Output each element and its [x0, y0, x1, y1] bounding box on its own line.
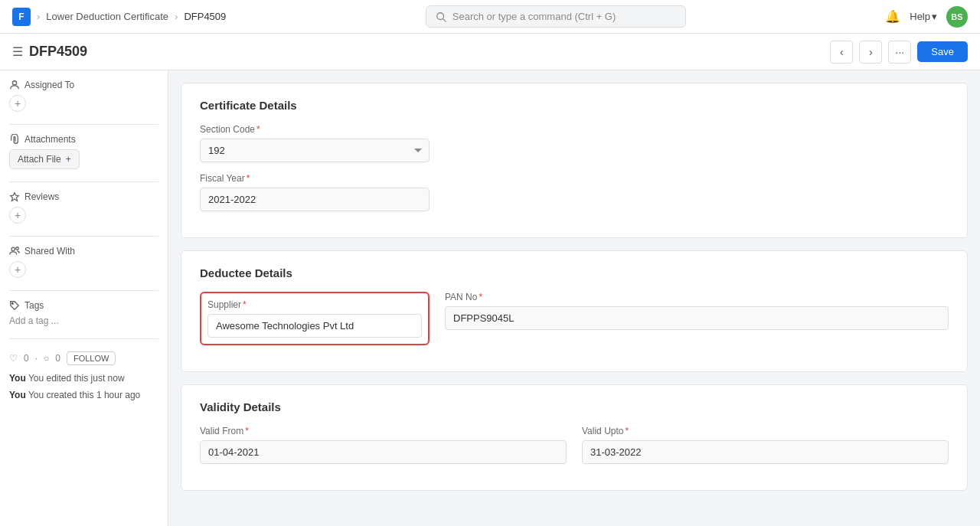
supplier-group: Supplier*: [200, 292, 430, 345]
attachments-section: Attachments Attach File +: [9, 134, 158, 169]
page-header-right: ‹ › ··· Save: [830, 41, 968, 64]
section-code-label: Section Code*: [200, 124, 430, 135]
page-header-left: ☰ DFP4509: [12, 44, 87, 60]
shared-with-section: Shared With +: [9, 246, 158, 278]
fiscal-year-row: Fiscal Year*: [200, 173, 949, 211]
pan-no-label: PAN No*: [445, 292, 949, 302]
valid-from-input[interactable]: [200, 440, 567, 464]
activity-time-2: 1 hour ago: [96, 390, 140, 400]
validity-details-card: Validity Details Valid From* Valid Upto*: [181, 384, 968, 491]
activity-you-1: You: [9, 373, 26, 384]
attach-file-button[interactable]: Attach File +: [9, 149, 80, 169]
section-code-required: *: [256, 124, 260, 135]
content-area: Assigned To + Attachments Attach File + …: [0, 70, 980, 526]
sidebar-footer: ♡ 0 · ○ 0 FOLLOW You You edited this jus…: [9, 348, 158, 402]
valid-upto-input[interactable]: [582, 440, 949, 464]
sidebar: Assigned To + Attachments Attach File + …: [0, 70, 168, 526]
page-title: DFP4509: [29, 44, 87, 60]
tags-header: Tags: [9, 300, 158, 311]
avatar[interactable]: BS: [946, 6, 968, 28]
add-review-button[interactable]: +: [9, 207, 26, 224]
star-icon: [9, 191, 20, 202]
topnav-right-actions: 🔔 Help ▾ BS: [885, 6, 968, 28]
svg-marker-3: [11, 193, 19, 201]
breadcrumb-sep-1: ›: [37, 11, 40, 22]
fiscal-year-required: *: [247, 173, 250, 184]
breadcrumb-area: F › Lower Deduction Certificate › DFP450…: [12, 8, 226, 26]
validity-details-title: Validity Details: [200, 400, 949, 413]
page-header: ☰ DFP4509 ‹ › ··· Save: [0, 34, 980, 70]
search-bar[interactable]: Search or type a command (Ctrl + G): [426, 5, 686, 28]
add-assigned-to-button[interactable]: +: [9, 95, 26, 112]
valid-from-required: *: [245, 426, 249, 436]
tags-section: Tags Add a tag ...: [9, 300, 158, 326]
comment-icon: ○: [44, 353, 49, 364]
pan-no-required: *: [479, 292, 482, 302]
deductee-details-title: Deductee Details: [200, 266, 949, 279]
section-code-select[interactable]: 192: [200, 139, 430, 162]
pan-no-group: PAN No*: [445, 292, 949, 345]
fiscal-year-label: Fiscal Year*: [200, 173, 430, 184]
activity-item-1: You You edited this just now: [9, 371, 158, 385]
valid-upto-group: Valid Upto*: [582, 426, 949, 464]
hamburger-menu-icon[interactable]: ☰: [12, 44, 23, 59]
comments-count: 0: [55, 353, 60, 364]
supplier-label: Supplier*: [207, 299, 422, 310]
likes-count: 0: [24, 353, 29, 364]
pan-no-input[interactable]: [445, 306, 949, 330]
activity-you-2: You: [9, 390, 26, 400]
valid-from-label: Valid From*: [200, 426, 567, 436]
certificate-details-card: Certificate Details Section Code* 192 Fi…: [181, 83, 968, 238]
more-options-button[interactable]: ···: [888, 41, 911, 64]
valid-from-group: Valid From*: [200, 426, 567, 464]
shared-user-icon: [9, 246, 20, 256]
deductee-details-card: Deductee Details Supplier* PAN No*: [181, 250, 968, 372]
follow-button[interactable]: FOLLOW: [67, 351, 116, 365]
reviews-header: Reviews: [9, 191, 158, 202]
certificate-details-title: Certificate Details: [200, 99, 949, 112]
dot-separator: ·: [35, 353, 38, 364]
deductee-details-row: Supplier* PAN No*: [200, 292, 949, 345]
main-content: Certificate Details Section Code* 192 Fi…: [168, 70, 980, 526]
footer-actions: ♡ 0 · ○ 0 FOLLOW: [9, 351, 158, 365]
shared-with-header: Shared With: [9, 246, 158, 256]
divider-4: [9, 290, 158, 291]
breadcrumb-sep-2: ›: [175, 11, 178, 22]
activity-action-1: You edited this: [28, 373, 88, 384]
reviews-section: Reviews +: [9, 191, 158, 224]
attachment-icon: [9, 134, 20, 145]
add-tag-button[interactable]: Add a tag ...: [9, 315, 158, 326]
fiscal-year-input[interactable]: [200, 188, 430, 211]
search-placeholder: Search or type a command (Ctrl + G): [452, 11, 616, 22]
user-icon: [9, 80, 20, 90]
help-button[interactable]: Help ▾: [910, 11, 937, 22]
breadcrumb-current: DFP4509: [184, 11, 226, 22]
svg-point-2: [12, 81, 16, 85]
svg-point-4: [11, 247, 15, 250]
supplier-required: *: [243, 299, 247, 310]
heart-icon: ♡: [9, 353, 18, 364]
next-record-button[interactable]: ›: [859, 41, 882, 64]
divider-3: [9, 236, 158, 237]
assigned-to-section: Assigned To +: [9, 80, 158, 112]
save-button[interactable]: Save: [917, 41, 968, 62]
section-code-group: Section Code* 192: [200, 124, 430, 162]
activity-item-2: You You created this 1 hour ago: [9, 388, 158, 402]
valid-upto-label: Valid Upto*: [582, 426, 949, 436]
divider-1: [9, 124, 158, 125]
add-shared-with-button[interactable]: +: [9, 261, 26, 278]
assigned-to-header: Assigned To: [9, 80, 158, 90]
valid-upto-required: *: [625, 426, 629, 436]
svg-point-6: [12, 303, 14, 305]
app-icon[interactable]: F: [12, 8, 31, 26]
supplier-input[interactable]: [207, 314, 422, 338]
validity-row: Valid From* Valid Upto*: [200, 426, 949, 464]
svg-line-1: [443, 18, 446, 21]
divider-5: [9, 338, 158, 339]
prev-record-button[interactable]: ‹: [830, 41, 853, 64]
activity-action-2: You created this: [28, 390, 94, 400]
search-area: Search or type a command (Ctrl + G): [226, 5, 885, 28]
breadcrumb-lower-deduction[interactable]: Lower Deduction Certificate: [46, 11, 168, 22]
notification-button[interactable]: 🔔: [885, 9, 900, 24]
search-icon: [436, 11, 446, 22]
